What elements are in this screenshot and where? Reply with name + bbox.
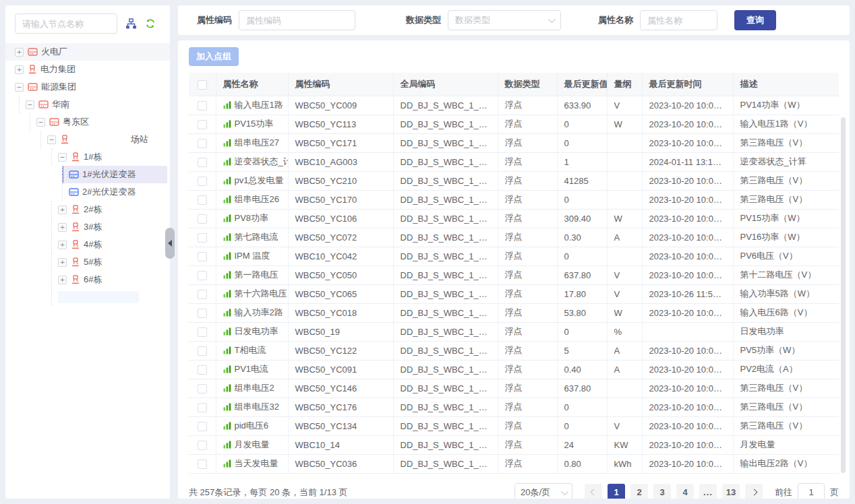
- tree-node[interactable]: 1#光伏逆变器: [5, 166, 170, 183]
- tree-node-label[interactable]: 4#栋: [84, 239, 102, 251]
- tree-node[interactable]: +电力集团: [5, 61, 170, 78]
- attr-code-input[interactable]: [239, 10, 355, 30]
- row-checkbox[interactable]: [198, 290, 207, 299]
- tree-node[interactable]: −粤东区: [5, 113, 170, 131]
- last-value-cell: 0: [557, 190, 607, 209]
- tree-node[interactable]: +4#栋: [5, 236, 170, 253]
- collapse-toggle-icon[interactable]: −: [26, 100, 34, 109]
- expand-toggle-icon[interactable]: +: [58, 276, 67, 284]
- tree-node[interactable]: −1#栋: [5, 148, 170, 166]
- prev-page-button[interactable]: [585, 484, 602, 499]
- row-checkbox[interactable]: [198, 271, 207, 280]
- page-button-1[interactable]: 1: [608, 484, 625, 499]
- tree-node-label[interactable]: 1#栋: [84, 151, 102, 163]
- attr-code-cell: WBC50_YC176: [288, 398, 393, 416]
- attr-name-input[interactable]: [640, 10, 717, 30]
- attr-name-cell: 月发电量: [216, 435, 288, 454]
- tree-node[interactable]: +火电厂: [5, 43, 170, 61]
- tree-node-label[interactable]: 华南: [52, 98, 69, 111]
- expand-toggle-icon[interactable]: +: [58, 223, 67, 232]
- expand-toggle-icon[interactable]: +: [58, 206, 67, 214]
- collapse-toggle-icon[interactable]: −: [15, 83, 24, 92]
- tree-structure-icon[interactable]: [125, 18, 137, 30]
- chevron-down-icon: [548, 15, 556, 23]
- sidebar-collapse-handle[interactable]: [165, 228, 175, 259]
- select-all-checkbox[interactable]: [198, 80, 207, 90]
- page-ellipsis[interactable]: ...: [699, 484, 717, 499]
- page-button-3[interactable]: 3: [653, 484, 671, 499]
- data-type-cell: 浮点: [498, 209, 557, 228]
- tree-node[interactable]: 2#光伏逆变器: [5, 183, 170, 201]
- expand-toggle-icon[interactable]: +: [58, 241, 67, 249]
- query-button[interactable]: 查询: [734, 10, 776, 30]
- tree-node[interactable]: −华南: [5, 96, 170, 113]
- data-type-select[interactable]: 数据类型: [448, 10, 561, 30]
- row-checkbox[interactable]: [198, 139, 207, 148]
- table-scrollbar[interactable]: [841, 117, 846, 473]
- last-time-cell: 2023-10-20 10:02:25: [642, 303, 733, 322]
- tree-node-label[interactable]: 粤东区: [63, 116, 89, 128]
- row-checkbox[interactable]: [198, 384, 207, 393]
- device-blue-icon: [69, 170, 79, 179]
- tree-node-label[interactable]: 电力集团: [40, 63, 76, 75]
- tree-node[interactable]: +3#栋: [5, 218, 170, 236]
- collapse-toggle-icon[interactable]: −: [58, 153, 67, 162]
- attr-code-cell: WBC50_YC050: [288, 265, 393, 284]
- attr-name-text: 组串电压2: [235, 382, 274, 394]
- attr-code-cell: WBC50_YC171: [288, 133, 393, 152]
- collapse-toggle-icon[interactable]: −: [36, 118, 45, 127]
- add-to-point-group-button[interactable]: 加入点组: [189, 47, 239, 66]
- tree-node-label[interactable]: 3#栋: [84, 221, 102, 233]
- tree-node-label[interactable]: 能源集团: [41, 81, 76, 93]
- tree-node[interactable]: −能源集团: [5, 78, 170, 96]
- goto-page-input[interactable]: [798, 483, 825, 499]
- page-size-select[interactable]: 20条/页: [514, 483, 572, 499]
- row-checkbox[interactable]: [198, 460, 207, 469]
- tree-node[interactable]: +5#栋: [5, 253, 170, 271]
- row-checkbox[interactable]: [198, 214, 207, 224]
- row-checkbox[interactable]: [198, 309, 207, 318]
- row-checkbox[interactable]: [198, 252, 207, 261]
- last-value-cell: 0.40: [557, 360, 607, 379]
- row-checkbox[interactable]: [198, 233, 207, 243]
- expand-toggle-icon[interactable]: +: [15, 65, 24, 74]
- tree-node-label[interactable]: 6#栋: [84, 274, 102, 286]
- tree-node[interactable]: +2#栋: [5, 201, 170, 218]
- tree-node[interactable]: [5, 288, 170, 306]
- tree-node-label[interactable]: 1#光伏逆变器: [82, 168, 136, 181]
- next-page-button[interactable]: [745, 484, 763, 499]
- expand-toggle-icon[interactable]: +: [15, 48, 24, 57]
- row-checkbox[interactable]: [198, 346, 207, 356]
- row-checkbox[interactable]: [198, 441, 207, 450]
- attr-name-cell: 组串电压27: [216, 133, 288, 152]
- tree-node-label[interactable]: 火电厂: [41, 46, 67, 58]
- attr-name-text: 逆变器状态_计算: [235, 156, 289, 168]
- row-checkbox[interactable]: [198, 327, 207, 337]
- tree-node-label[interactable]: 2#光伏逆变器: [82, 186, 136, 198]
- tree-node[interactable]: −场站: [5, 131, 170, 148]
- global-code-cell: DD_BJ_S_WBC_1_001_WBC5...: [393, 379, 498, 398]
- page-button-2[interactable]: 2: [630, 484, 648, 499]
- tree-node-label[interactable]: 5#栋: [84, 256, 102, 268]
- collapse-toggle-icon[interactable]: −: [47, 135, 56, 144]
- expand-toggle-icon[interactable]: +: [58, 258, 67, 267]
- page-button-13[interactable]: 13: [722, 484, 740, 499]
- row-checkbox[interactable]: [198, 101, 207, 111]
- tree-node-label[interactable]: 2#栋: [84, 203, 102, 216]
- device-blue-icon: [69, 187, 79, 197]
- tree-node-label[interactable]: 场站: [131, 133, 148, 146]
- unit-cell: %: [607, 322, 642, 341]
- tree-node[interactable]: +6#栋: [5, 271, 170, 288]
- row-checkbox[interactable]: [198, 177, 207, 186]
- unit-cell: kWh: [607, 454, 642, 473]
- refresh-icon[interactable]: [145, 18, 156, 29]
- row-checkbox[interactable]: [198, 403, 207, 412]
- row-checkbox[interactable]: [198, 422, 207, 431]
- page-button-4[interactable]: 4: [676, 484, 694, 499]
- row-checkbox[interactable]: [198, 195, 207, 205]
- row-checkbox[interactable]: [198, 120, 207, 129]
- node-search-input[interactable]: [15, 13, 117, 34]
- row-checkbox[interactable]: [198, 158, 207, 167]
- row-checkbox[interactable]: [198, 365, 207, 375]
- bar-chart-icon: [223, 195, 231, 203]
